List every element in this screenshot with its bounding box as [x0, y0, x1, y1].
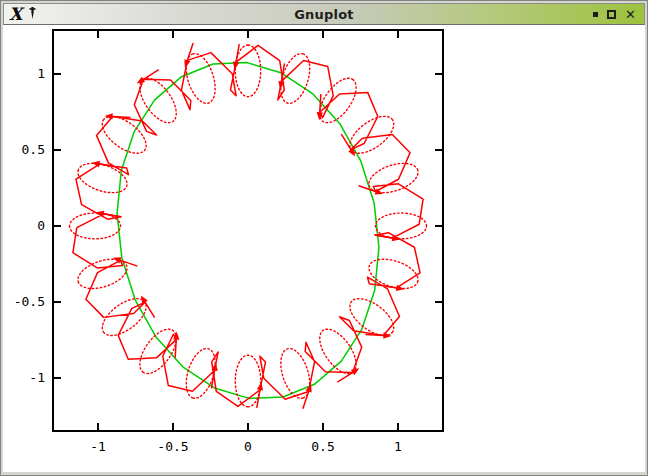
series-winding-helix	[73, 45, 423, 406]
svg-text:-0.5: -0.5	[157, 439, 188, 454]
tick-labels: -1-0.500.51-1-0.500.51	[14, 66, 402, 454]
maximize-button[interactable]	[607, 10, 616, 19]
x11-logo-icon: X	[9, 7, 22, 21]
svg-text:0.5: 0.5	[22, 142, 45, 157]
svg-text:1: 1	[394, 439, 402, 454]
axes	[53, 30, 443, 431]
svg-text:-1: -1	[90, 439, 106, 454]
svg-text:-0.5: -0.5	[14, 294, 45, 309]
window-title: Gnuplot	[4, 7, 644, 22]
series-direction-arrows	[92, 43, 405, 409]
close-button[interactable]: ✕	[625, 8, 636, 21]
iconify-button[interactable]	[593, 12, 598, 17]
gnuplot-window: X Gnuplot ✕ -1-0.500.51-1-0.500.51	[0, 0, 648, 476]
plot-canvas[interactable]: -1-0.500.51-1-0.500.51	[3, 25, 645, 472]
plot-client-area: -1-0.500.51-1-0.500.51	[3, 25, 645, 472]
svg-text:0: 0	[244, 439, 252, 454]
iconify-icon	[593, 12, 598, 17]
svg-text:0: 0	[37, 218, 45, 233]
series-winding-loops	[70, 45, 427, 407]
maximize-icon	[607, 10, 616, 19]
svg-text:0.5: 0.5	[311, 439, 334, 454]
titlebar[interactable]: X Gnuplot ✕	[3, 3, 645, 25]
pushpin-icon	[28, 5, 37, 24]
series-torus-centerline	[117, 63, 379, 399]
svg-text:1: 1	[37, 66, 45, 81]
svg-text:-1: -1	[29, 370, 45, 385]
